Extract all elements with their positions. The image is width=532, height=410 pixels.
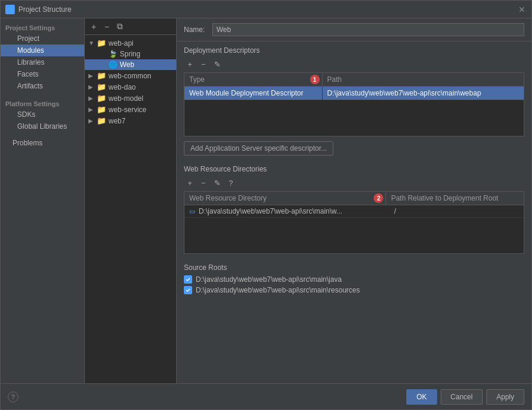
platform-settings-label: Platform Settings	[1, 97, 84, 109]
svg-rect-3	[11, 10, 14, 13]
tree-arrow-web-dao: ▶	[88, 84, 94, 90]
tree-node-web-dao[interactable]: ▶ 📁 web-dao	[85, 81, 176, 93]
checkbox-1[interactable]	[184, 286, 192, 294]
tree-label-web-service: web-service	[109, 106, 146, 114]
source-root-path-0: D:\java\study\web\web7\web-api\src\main\…	[196, 275, 342, 284]
help-button[interactable]: ?	[8, 392, 18, 402]
sidebar-item-libraries[interactable]: Libraries	[1, 56, 84, 68]
tree-label-web-model: web-model	[109, 94, 144, 103]
bottom-bar: ? OK Cancel Apply	[1, 383, 531, 409]
svg-rect-0	[7, 6, 9, 9]
wr-badge: 2	[374, 193, 383, 203]
tree-label-web7: web7	[109, 117, 126, 125]
bottom-buttons: OK Cancel Apply	[406, 389, 524, 405]
source-roots-title: Source Roots	[184, 263, 524, 272]
app-icon	[5, 5, 15, 14]
name-label: Name:	[184, 26, 208, 34]
sidebar-item-problems[interactable]: Problems	[1, 137, 84, 149]
sidebar-item-global-libraries[interactable]: Global Libraries	[1, 120, 84, 132]
tree-label-web: Web	[120, 61, 134, 69]
wr-path: D:\java\study\web\web7\web-api\src\main\…	[199, 207, 386, 215]
bottom-left: ?	[8, 392, 18, 402]
tree-node-web-service[interactable]: ▶ 📁 web-service	[85, 104, 176, 115]
tree-toolbar: + − ⧉	[85, 18, 176, 35]
sidebar-item-facets[interactable]: Facets	[1, 68, 84, 80]
wr-relative: /	[390, 207, 519, 215]
sidebar: Project Settings Project Modules Librari…	[1, 18, 85, 383]
svg-rect-1	[11, 6, 14, 9]
tree-arrow-web-api: ▼	[88, 40, 94, 46]
tree-node-web7[interactable]: ▶ 📁 web7	[85, 115, 176, 126]
wr-relative-header: Path Relative to Deployment Root	[386, 192, 524, 205]
tree-node-spring[interactable]: 🍃 Spring	[85, 49, 176, 59]
sidebar-item-project[interactable]: Project	[1, 33, 84, 45]
web-resources-title: Web Resource Directories	[184, 165, 524, 173]
tree-label-web-dao: web-dao	[109, 83, 136, 91]
deployment-toolbar: + − ✎	[184, 58, 524, 70]
project-settings-label: Project Settings	[1, 21, 84, 33]
deployment-path-cell: D:\java\study\web\web7\web-api\src\main\…	[323, 87, 524, 100]
deployment-add-button[interactable]: +	[184, 58, 196, 70]
wr-row-0[interactable]: ▭ D:\java\study\web\web7\web-api\src\mai…	[184, 205, 524, 218]
tree-arrow-web-common: ▶	[88, 72, 94, 79]
source-root-path-1: D:\java\study\web\web7\web-api\src\main\…	[196, 286, 360, 294]
ok-button[interactable]: OK	[406, 389, 437, 405]
tree-label-web-api: web-api	[109, 39, 133, 47]
source-root-row-1[interactable]: D:\java\study\web\web7\web-api\src\main\…	[184, 286, 524, 294]
project-structure-dialog: Project Structure ✕ Project Settings Pro…	[0, 0, 532, 410]
deployment-type-cell: Web Module Deployment Descriptor	[184, 87, 323, 100]
tree-label-web-common: web-common	[109, 72, 151, 80]
tree-node-web-common[interactable]: ▶ 📁 web-common	[85, 70, 176, 81]
wr-add-button[interactable]: +	[184, 177, 196, 189]
folder-icon-web-api: 📁	[97, 39, 106, 47]
content-area: Project Settings Project Modules Librari…	[1, 18, 531, 383]
sidebar-item-modules[interactable]: Modules	[1, 45, 84, 56]
web-resources-toolbar: + − ✎ ?	[184, 177, 524, 189]
name-row: Name:	[177, 18, 531, 42]
deployment-type-header: Type 1	[184, 73, 323, 86]
deployment-path-header: Path	[323, 73, 524, 86]
wr-edit-button[interactable]: ✎	[211, 177, 223, 189]
tree-arrow-web7: ▶	[88, 117, 94, 124]
wr-help-button[interactable]: ?	[225, 177, 237, 189]
tree-copy-button[interactable]: ⧉	[114, 21, 125, 32]
folder-icon-web-common: 📁	[97, 71, 106, 80]
sidebar-item-sdks[interactable]: SDKs	[1, 109, 84, 120]
tree-arrow-web-service: ▶	[88, 106, 94, 113]
close-button[interactable]: ✕	[517, 5, 527, 14]
tree-node-web[interactable]: 🌐 Web	[85, 59, 176, 70]
tree-node-web-model[interactable]: ▶ 📁 web-model	[85, 93, 176, 104]
web-icon: 🌐	[109, 61, 117, 69]
folder-icon-web-model: 📁	[97, 94, 106, 103]
tree-content: ▼ 📁 web-api 🍃 Spring 🌐 Web	[85, 35, 176, 383]
deployment-remove-button[interactable]: −	[197, 58, 209, 70]
folder-icon-web-dao: 📁	[97, 82, 106, 91]
tree-node-web-api[interactable]: ▼ 📁 web-api	[85, 37, 176, 49]
tree-remove-button[interactable]: −	[101, 21, 112, 32]
folder-icon-web7: 📁	[97, 116, 106, 125]
tree-label-spring: Spring	[120, 50, 141, 58]
dialog-title: Project Structure	[18, 5, 71, 14]
sidebar-item-artifacts[interactable]: Artifacts	[1, 80, 84, 92]
checkbox-0[interactable]	[184, 275, 192, 284]
deployment-badge: 1	[310, 75, 320, 84]
wr-remove-button[interactable]: −	[197, 177, 209, 189]
title-bar: Project Structure ✕	[1, 1, 531, 18]
cancel-button[interactable]: Cancel	[441, 389, 483, 405]
name-input[interactable]	[212, 23, 524, 36]
deployment-section: Deployment Descriptors + − ✎ Type 1	[184, 46, 524, 155]
add-server-button[interactable]: Add Application Server specific descript…	[184, 141, 333, 155]
svg-rect-2	[7, 10, 9, 13]
apply-button[interactable]: Apply	[486, 389, 524, 405]
deployment-row-0[interactable]: Web Module Deployment Descriptor D:\java…	[184, 87, 524, 100]
folder-icon-web-service: 📁	[97, 105, 106, 114]
tree-panel: + − ⧉ ▼ 📁 web-api 🍃 Spring	[85, 18, 177, 383]
title-bar-left: Project Structure	[5, 5, 71, 14]
deployment-edit-button[interactable]: ✎	[211, 58, 223, 70]
source-root-row-0[interactable]: D:\java\study\web\web7\web-api\src\main\…	[184, 275, 524, 284]
sections: Deployment Descriptors + − ✎ Type 1	[177, 42, 531, 383]
wr-table-header: Web Resource Directory 2 Path Relative t…	[184, 192, 524, 205]
dir-icon: ▭	[189, 208, 195, 215]
tree-arrow-web-model: ▶	[88, 95, 94, 101]
tree-add-button[interactable]: +	[88, 21, 99, 32]
